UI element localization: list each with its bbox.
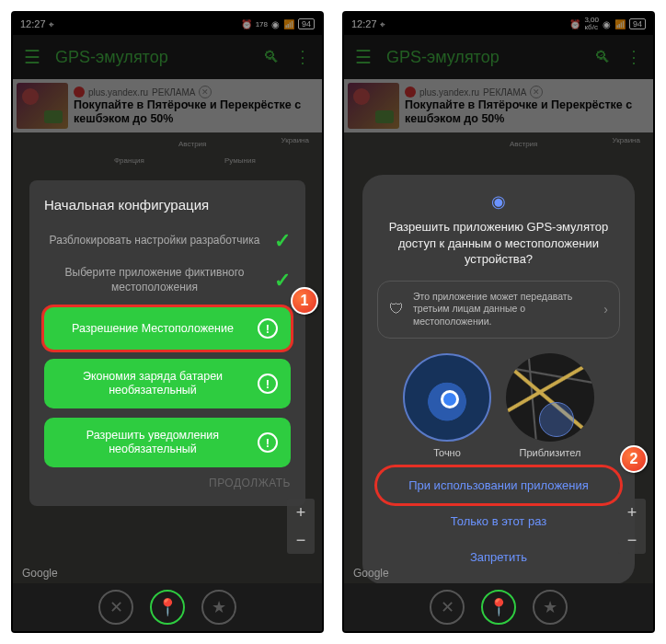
accuracy-options: Точно Приблизител — [377, 353, 620, 458]
shield-icon: 🛡 — [389, 301, 404, 317]
phone-left: 12:27 ⌖ ⏰ 178 ◉ 📶 94 ☰ GPS-эмулятор 🔍︎ ⋮… — [11, 11, 324, 633]
alert-icon: ! — [258, 432, 278, 453]
google-logo: Google — [22, 567, 58, 580]
google-logo: Google — [353, 567, 389, 580]
cancel-icon[interactable]: ✕ — [430, 590, 465, 625]
precise-option[interactable]: Точно — [403, 353, 491, 458]
button-label: Экономия заряда батареинеобязательный — [57, 370, 248, 397]
permission-dialog: ◉ Разрешить приложению GPS-эмулятор дост… — [362, 175, 635, 584]
permission-title: Разрешить приложению GPS-эмулятор доступ… — [377, 219, 620, 268]
config-dialog: Начальная конфигурация Разблокировать на… — [29, 180, 305, 506]
continue-button[interactable]: ПРОДОЛЖАТЬ — [44, 477, 291, 489]
bottom-bar: ✕ 📍 ★ — [13, 583, 322, 631]
approximate-option[interactable]: Приблизител — [506, 353, 594, 458]
permission-info-row[interactable]: 🛡 Это приложение может передавать третьи… — [377, 281, 620, 339]
star-icon[interactable]: ★ — [533, 590, 568, 625]
callout-badge-2: 2 — [620, 445, 648, 473]
approximate-label: Приблизител — [506, 447, 594, 458]
config-row-mockapp: Выберите приложение фиктивного местополо… — [44, 266, 291, 294]
permission-info-text: Это приложение может передавать третьим … — [413, 291, 594, 328]
config-row-label: Выберите приложение фиктивного местополо… — [44, 266, 265, 294]
location-permission-button[interactable]: Разрешение Местоположение ! — [44, 307, 291, 350]
config-row-devoptions: Разблокировать настройки разработчика ✓ — [44, 229, 291, 253]
button-label: Разрешение Местоположение — [57, 322, 248, 336]
battery-saver-button[interactable]: Экономия заряда батареинеобязательный ! — [44, 359, 291, 408]
star-icon[interactable]: ★ — [201, 590, 236, 625]
check-icon: ✓ — [274, 229, 291, 253]
button-label: Разрешить уведомлениянеобязательный — [57, 429, 248, 456]
precise-map-icon — [403, 353, 491, 442]
check-icon: ✓ — [274, 269, 291, 293]
callout-badge-1: 1 — [291, 287, 318, 315]
zoom-in-button[interactable]: + — [287, 499, 315, 526]
alert-icon: ! — [258, 374, 278, 394]
only-once-button[interactable]: Только в этот раз — [377, 503, 620, 539]
bottom-bar: ✕ 📍 ★ — [344, 583, 653, 631]
notifications-button[interactable]: Разрешить уведомлениянеобязательный ! — [44, 418, 291, 467]
zoom-controls: + − — [287, 499, 315, 554]
chevron-right-icon: › — [603, 302, 608, 316]
phone-right: 12:27 ⌖ ⏰ 3,00кб/с ◉ 📶 94 ☰ GPS-эмулятор… — [342, 11, 655, 633]
config-dialog-title: Начальная конфигурация — [44, 197, 291, 213]
zoom-out-button[interactable]: − — [287, 526, 315, 554]
zoom-out-button[interactable]: − — [618, 526, 646, 554]
precise-label: Точно — [403, 447, 491, 458]
pin-icon[interactable]: 📍 — [481, 590, 516, 625]
alert-icon: ! — [258, 318, 278, 339]
pin-icon[interactable]: 📍 — [150, 590, 185, 625]
location-pin-icon: ◉ — [377, 191, 620, 212]
deny-button[interactable]: Запретить — [377, 539, 620, 575]
approximate-map-icon — [506, 353, 594, 442]
cancel-icon[interactable]: ✕ — [98, 590, 133, 625]
while-using-button[interactable]: При использовании приложения — [377, 467, 620, 503]
zoom-controls: + − — [618, 499, 646, 554]
zoom-in-button[interactable]: + — [618, 499, 646, 526]
config-row-label: Разблокировать настройки разработчика — [44, 234, 265, 248]
